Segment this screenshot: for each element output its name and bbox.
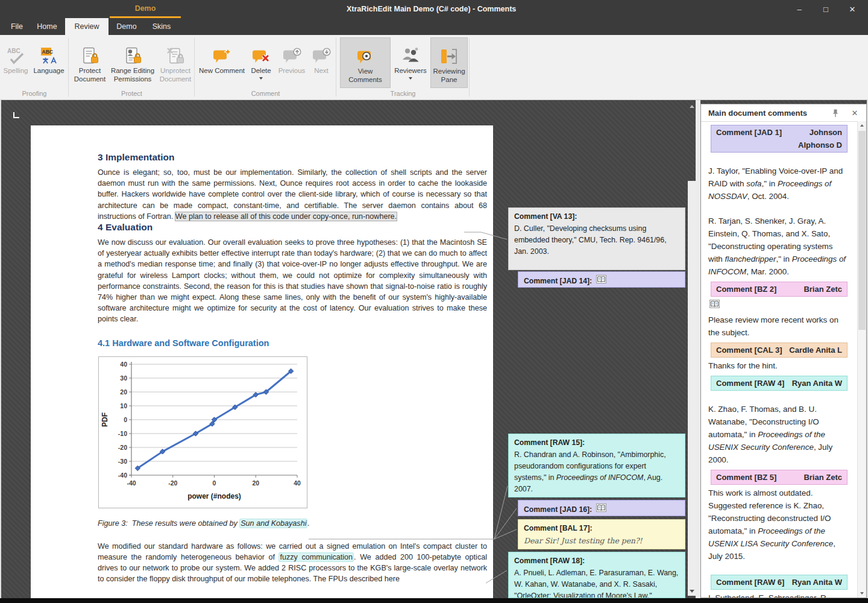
- svg-text:0: 0: [124, 415, 127, 423]
- comment-body[interactable]: Please review more recent works on the s…: [708, 314, 848, 339]
- comment-body[interactable]: J. Taylor, "Enabling Voice-over-IP and R…: [708, 165, 848, 203]
- comment-balloon-body: R. Chandran and A. Robinson, "Ambimorphi…: [514, 449, 679, 495]
- ribbon-group-proofing: ABC Spelling ABC Language Proofing: [0, 35, 69, 99]
- svg-text:0: 0: [213, 479, 216, 487]
- next-comment-icon: [312, 48, 331, 65]
- delete-comment-button[interactable]: Delete: [247, 37, 275, 88]
- comment-body[interactable]: Thanks for the hint.: [708, 359, 848, 372]
- scroll-up-icon: [690, 105, 694, 108]
- figure-caption[interactable]: Figure 3: These results were obtained by…: [98, 519, 487, 528]
- document-page[interactable]: 3 Implementation Ounce is elegant; so, t…: [31, 125, 493, 598]
- view-comments-button[interactable]: View Comments: [340, 37, 391, 88]
- svg-text:-40: -40: [127, 479, 136, 487]
- figure-3-chart[interactable]: -40-30-20-10010203040-40-2002040PDFpower…: [98, 356, 307, 508]
- svg-text:-10: -10: [118, 429, 127, 437]
- scrollbar-thumb[interactable]: [688, 181, 696, 586]
- svg-text:40: 40: [294, 479, 301, 487]
- paragraph-evaluation[interactable]: We now discuss our evaluation. Our overa…: [98, 237, 487, 325]
- ribbon-category-demo[interactable]: Demo: [110, 0, 181, 18]
- unprotect-document-icon: [166, 47, 184, 65]
- maximize-button[interactable]: □: [813, 0, 839, 18]
- previous-comment-button: Previous: [276, 37, 307, 88]
- new-comment-button[interactable]: New Comment: [198, 37, 246, 88]
- comment-balloon-title: Comment [BAL 17]:: [524, 523, 679, 534]
- book-icon: [596, 275, 606, 283]
- comment-header[interactable]: Comment [JAD 1]Johnson Alphonso D: [711, 125, 848, 153]
- document-vertical-scrollbar[interactable]: [688, 100, 696, 598]
- comment-balloon-raw18[interactable]: Comment [RAW 18]:A. Pnueli, L. Adleman, …: [508, 552, 685, 598]
- comment-body[interactable]: R. Tarjan, S. Shenker, J. Gray, A. Einst…: [708, 215, 848, 278]
- comment-balloon-jad14[interactable]: Comment [JAD 14]:: [518, 271, 685, 288]
- scroll-up-icon: [860, 124, 864, 127]
- range-editing-permissions-button[interactable]: Range Editing Permissions: [110, 37, 155, 88]
- language-icon: ABC: [40, 47, 58, 65]
- window-controls: – □ ✕: [786, 0, 866, 18]
- tab-home[interactable]: Home: [31, 18, 63, 35]
- comments-panel-header: Main document comments ✕: [701, 104, 866, 122]
- group-caption-tracking: Tracking: [336, 90, 470, 97]
- pin-icon: [832, 109, 839, 118]
- ribbon-group-protect: Protect Document Range Editing Permissio…: [69, 35, 195, 99]
- panel-close-button[interactable]: ✕: [844, 109, 865, 118]
- tab-demo[interactable]: Demo: [111, 18, 142, 35]
- book-icon-line: [709, 299, 850, 312]
- comment-header[interactable]: Comment [BZ 2]Brian Zetc: [711, 282, 848, 297]
- spelling-button: ABC Spelling: [2, 37, 30, 88]
- scroll-up-button[interactable]: [688, 103, 696, 110]
- reviewing-pane-button[interactable]: Reviewing Pane: [430, 37, 468, 88]
- comment-balloon-body: D. Culler, "Developing checksums using e…: [514, 223, 679, 257]
- svg-text:10: 10: [120, 402, 127, 409]
- comment-balloon-title: Comment [VA 13]:: [514, 211, 679, 223]
- comment-header[interactable]: Comment [BZ 5]Brian Zetc: [711, 470, 848, 485]
- comment-balloon-bal17[interactable]: Comment [BAL 17]:Dear Sir! Just testing …: [518, 519, 685, 549]
- reviewers-button[interactable]: Reviewers: [393, 37, 428, 88]
- pin-button[interactable]: [826, 109, 844, 118]
- panel-vertical-scrollbar[interactable]: [857, 121, 866, 598]
- unprotect-document-button: Unprotect Document: [157, 37, 193, 88]
- comments-list[interactable]: Comment [JAD 1]Johnson Alphonso DJ. Tayl…: [701, 121, 850, 598]
- protect-document-button[interactable]: Protect Document: [72, 37, 108, 88]
- comment-header[interactable]: Comment [CAL 3]Cardle Anita L: [711, 343, 848, 358]
- ribbon-group-comment: New Comment Delete Previous: [195, 35, 336, 99]
- panel-scroll-down-button[interactable]: [858, 589, 866, 598]
- minimize-button[interactable]: –: [786, 0, 813, 18]
- spellcheck-icon: ABC: [7, 47, 25, 65]
- panel-scroll-up-button[interactable]: [858, 121, 866, 130]
- app-window: Demo XtraRichEdit Main Demo (C# code) - …: [0, 0, 868, 603]
- group-separator: [469, 38, 470, 96]
- comment-author: Johnson Alphonso D: [787, 126, 842, 151]
- window-title: XtraRichEdit Main Demo (C# code) - Comme…: [347, 0, 516, 18]
- section-heading-implementation: 3 Implementation: [98, 152, 487, 163]
- paragraph-implementation[interactable]: Ounce is elegant; so, too, must be our i…: [98, 167, 487, 222]
- svg-text:40: 40: [120, 360, 127, 367]
- tab-review[interactable]: Review: [65, 18, 108, 35]
- paragraph-modified-hardware[interactable]: We modified our standard hardware as fol…: [98, 541, 487, 585]
- svg-text:PDF: PDF: [101, 412, 109, 427]
- comment-header[interactable]: Comment [RAW 6]Ryan Anita W: [711, 575, 848, 590]
- delete-dropdown-arrow[interactable]: [259, 77, 263, 80]
- tab-file[interactable]: File: [5, 18, 29, 35]
- ribbon-category-label: Demo: [135, 4, 156, 13]
- scroll-down-icon: [860, 592, 864, 595]
- page-corner-mark: [13, 112, 19, 118]
- comment-balloon-jad16[interactable]: Comment [JAD 16]:: [518, 500, 685, 516]
- tab-skins[interactable]: Skins: [145, 18, 178, 35]
- scroll-down-button[interactable]: [688, 586, 696, 596]
- comment-balloon-va13[interactable]: Comment [VA 13]:D. Culler, "Developing c…: [508, 207, 685, 270]
- comment-body[interactable]: K. Zhao, F. Thomas, and B. U. Watanabe, …: [708, 403, 848, 466]
- comment-balloon-body: Dear Sir! Just testing the pen?!: [524, 535, 679, 547]
- comment-balloon-title: Comment [RAW 18]:: [514, 555, 679, 567]
- comment-header[interactable]: Comment [RAW 4]Ryan Anita W: [711, 376, 848, 391]
- panel-scrollbar-thumb[interactable]: [858, 131, 866, 330]
- language-button[interactable]: ABC Language: [31, 37, 67, 88]
- svg-text:20: 20: [120, 388, 127, 395]
- comment-body[interactable]: I. Sutherland, E. Schroedinger, R. Hammi…: [708, 592, 848, 598]
- reviewers-dropdown-arrow[interactable]: [409, 77, 412, 80]
- comment-balloon-raw15[interactable]: Comment [RAW 15]:R. Chandran and A. Robi…: [508, 434, 685, 497]
- comment-body[interactable]: This work is almost outdated. Suggested …: [708, 487, 848, 563]
- group-caption-proofing: Proofing: [0, 90, 69, 97]
- svg-text:20: 20: [252, 479, 259, 487]
- close-button[interactable]: ✕: [839, 0, 866, 18]
- ribbon-group-tracking: View Comments Reviewers Review: [336, 35, 470, 99]
- section-heading-evaluation: 4 Evaluation: [98, 222, 487, 233]
